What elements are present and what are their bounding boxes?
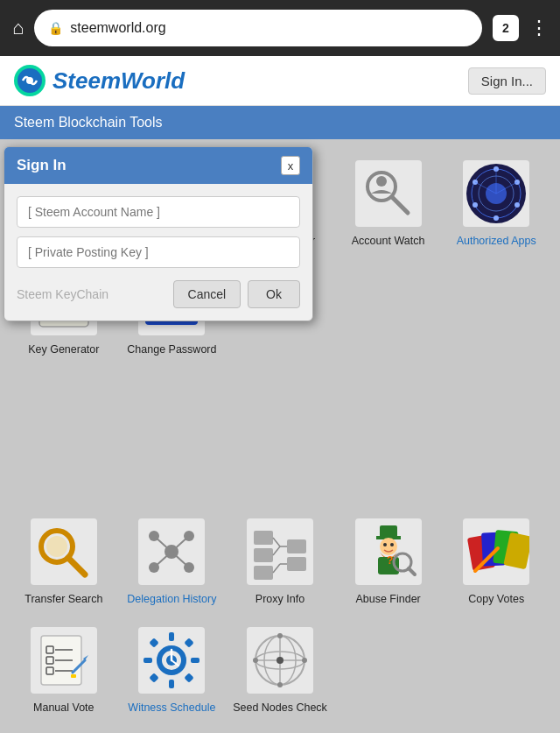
tabs-button[interactable]: 2 (493, 15, 519, 41)
site-header: SteemWorld Sign In... (0, 56, 560, 106)
home-icon[interactable]: ⌂ (12, 17, 24, 39)
ok-button[interactable]: Ok (248, 280, 300, 308)
sign-in-button[interactable]: Sign In... (468, 67, 546, 95)
address-text: steemworld.org (70, 20, 165, 36)
site-logo: SteemWorld (14, 65, 185, 96)
modal-action-buttons: Cancel Ok (173, 280, 300, 308)
address-bar[interactable]: 🔒 steemworld.org (34, 10, 482, 46)
lock-icon: 🔒 (48, 21, 63, 35)
modal-header: Sign In x (4, 147, 312, 184)
toolbar-bar: Steem Blockchain Tools (0, 106, 560, 139)
browser-menu-icon[interactable]: ⋮ (529, 17, 548, 39)
account-name-input[interactable] (17, 196, 300, 228)
toolbar-label: Steem Blockchain Tools (14, 115, 163, 130)
modal-overlay: Sign In x Steem KeyChain Cancel Ok (0, 139, 560, 733)
site-name: SteemWorld (52, 67, 185, 95)
modal-close-button[interactable]: x (281, 156, 300, 175)
modal-title: Sign In (17, 157, 66, 174)
main-content: Dashboard (0, 139, 560, 733)
keychain-button[interactable]: Steem KeyChain (17, 287, 108, 301)
browser-chrome: ⌂ 🔒 steemworld.org 2 ⋮ (0, 0, 560, 56)
steem-logo-icon (14, 65, 46, 96)
modal-footer: Steem KeyChain Cancel Ok (4, 280, 312, 321)
sign-in-modal: Sign In x Steem KeyChain Cancel Ok (4, 146, 313, 321)
modal-body (4, 184, 312, 280)
svg-point-2 (26, 77, 33, 84)
private-key-input[interactable] (17, 236, 300, 268)
cancel-button[interactable]: Cancel (173, 280, 242, 308)
